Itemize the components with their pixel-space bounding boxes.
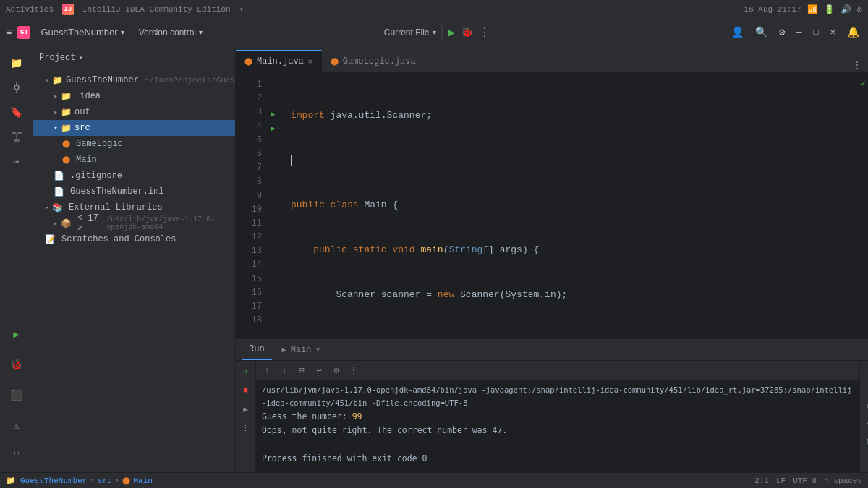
tab-main-close[interactable]: ✕	[308, 57, 312, 66]
output-line-2: Oops, not quite right. The correct numbe…	[262, 424, 854, 438]
top-bar-center: Current File ▾ ▶ 🐞 ⋮	[378, 25, 490, 40]
gamelogic-icon: ⬤	[62, 140, 70, 148]
code-line-1: import java.util.Scanner;	[291, 108, 859, 124]
idea-expand-icon: ▸	[54, 92, 58, 100]
tab-gamelogic-java[interactable]: ⬤ GameLogic.java	[322, 50, 425, 72]
main-label: Main	[76, 155, 97, 165]
run-line2-icon[interactable]: ⟲	[861, 416, 868, 432]
breadcrumb-main[interactable]: Main	[133, 476, 152, 485]
java17-expand-icon: ▸	[54, 219, 58, 228]
intellij-icon: IJ	[62, 4, 74, 15]
main-layout: 📁 🔖 ⋯ ▶ 🐞 ⬛ ⚠ ⑂ Project ▾ ▾ 📁 GuessTheNu…	[0, 46, 868, 472]
run-line1-icon[interactable]: ⊟	[861, 398, 868, 414]
notification-bell[interactable]: 🔔	[844, 25, 862, 40]
run-output-area: /usr/lib/jvm/java-1.17.0-openjdk-amd64/b…	[256, 381, 859, 472]
sidebar-icon-debug[interactable]: 🐞	[6, 354, 27, 375]
tab-main-label: Main.java	[257, 56, 304, 67]
sidebar-icon-terminal[interactable]: ⬛	[6, 384, 27, 406]
vc-chevron-icon: ▾	[199, 28, 203, 36]
close-button[interactable]: ✕	[827, 25, 838, 39]
bottom-tab-run[interactable]: Run	[242, 340, 272, 360]
encoding-label[interactable]: UTF-8	[793, 476, 817, 485]
restart-icon[interactable]: ↺	[238, 364, 254, 380]
tree-item-scratches[interactable]: 📝 Scratches and Consoles	[33, 231, 235, 247]
filter-icon[interactable]: ⊟	[294, 363, 310, 379]
indent-label[interactable]: 4 spaces	[824, 476, 862, 485]
tree-item-src[interactable]: ▾ 📁 src	[33, 120, 235, 136]
minimize-button[interactable]: —	[793, 26, 804, 39]
run-button[interactable]: ▶	[448, 25, 456, 40]
tree-item-gitignore[interactable]: 📄 .gitignore	[33, 168, 235, 184]
sidebar-icon-more[interactable]: ⋯	[6, 150, 27, 172]
tree-item-gamelogic[interactable]: ⬤ GameLogic	[33, 136, 235, 152]
scroll-down-icon[interactable]: ↓	[276, 363, 292, 379]
status-bar-left: 📁 GuessTheNumber › src › ⬤ Main	[6, 476, 749, 485]
tree-item-java17[interactable]: ▸ 📦 < 17 > /usr/lib/jvm/java-1.17.0-open…	[33, 215, 235, 231]
tree-item-main[interactable]: ⬤ Main	[33, 152, 235, 168]
run-scroll-down[interactable]: ↓	[861, 381, 868, 397]
breadcrumb-src[interactable]: src	[98, 476, 112, 485]
scroll-up-icon[interactable]: ↑	[259, 363, 275, 379]
bottom-tab-main[interactable]: ▶ Main ✕	[275, 340, 328, 360]
system-settings-icon: ⚙	[857, 4, 862, 15]
sidebar-icon-structure[interactable]	[6, 126, 27, 147]
tree-item-out[interactable]: ▸ 📁 out	[33, 104, 235, 120]
tree-item-iml[interactable]: 📄 GuessTheNumber.iml	[33, 184, 235, 200]
editor-content[interactable]: 12345 678910 1112131415 161718 ▶ ▶ ▶ ▶	[236, 72, 859, 338]
tab-main-java[interactable]: ⬤ Main.java ✕	[236, 50, 322, 72]
gitignore-icon: 📄	[54, 171, 64, 181]
sidebar-icon-git[interactable]: ⑂	[6, 445, 27, 466]
wifi-icon: 📶	[807, 4, 818, 15]
project-panel-header: Project ▾	[33, 46, 235, 69]
hamburger-menu[interactable]: ≡	[6, 27, 12, 38]
tree-item-root[interactable]: ▾ 📁 GuessTheNumber ~/IdeaProjects/GuessT…	[33, 72, 235, 88]
code-editor[interactable]: import java.util.Scanner; public class M…	[285, 72, 859, 338]
project-panel-chevron[interactable]: ▾	[78, 53, 82, 62]
more-run-icon[interactable]: ⋮	[346, 363, 362, 379]
main-tab-close[interactable]: ✕	[315, 346, 320, 354]
profile-icon[interactable]: 👤	[728, 25, 746, 40]
tab-gamelogic-label: GameLogic.java	[343, 56, 416, 67]
project-name-label: GuessTheNumber	[41, 27, 117, 38]
run-tab-label: Run	[249, 344, 265, 354]
run-scroll-up[interactable]: ↑	[861, 364, 868, 380]
search-icon[interactable]: 🔍	[752, 25, 770, 40]
top-bar-left: ≡ GT GuessTheNumber ▾ Version control ▾	[6, 25, 723, 39]
settings-run-icon[interactable]: ⚙	[328, 363, 344, 379]
tree-item-extlibs[interactable]: ▸ 📚 External Libraries	[33, 200, 235, 215]
line-endings[interactable]: LF	[776, 476, 786, 485]
app-chevron[interactable]: ▾	[239, 5, 244, 14]
main-tab-run-icon: ▶	[282, 346, 286, 354]
breadcrumb-project[interactable]: GuessTheNumber	[20, 476, 87, 485]
version-control-button[interactable]: Version control ▾	[135, 26, 207, 39]
top-bar: ≡ GT GuessTheNumber ▾ Version control ▾ …	[0, 19, 868, 46]
stop-icon[interactable]: ■	[238, 382, 254, 398]
tree-item-idea[interactable]: ▸ 📁 .idea	[33, 88, 235, 104]
run-right-toolbar: ↑ ↓ ⊟ ⟲ 🗑	[859, 361, 868, 472]
sidebar-icon-bookmark[interactable]: 🔖	[6, 101, 27, 123]
run-again-icon[interactable]: ▶	[238, 401, 254, 417]
debug-button[interactable]: 🐞	[461, 26, 473, 38]
root-label: GuessTheNumber	[66, 75, 139, 85]
more-options-icon[interactable]: ⋮	[238, 420, 254, 436]
sidebar-icon-commits[interactable]	[6, 77, 27, 98]
run-gutter-line4[interactable]: ▶	[271, 121, 285, 136]
current-file-button[interactable]: Current File ▾	[378, 25, 443, 40]
out-expand-icon: ▸	[54, 108, 58, 116]
activities-label[interactable]: Activities	[6, 5, 54, 14]
cursor-position[interactable]: 2:1	[754, 476, 769, 485]
wrap-icon[interactable]: ↩	[311, 363, 327, 379]
more-run-options[interactable]: ⋮	[479, 25, 490, 40]
project-name-button[interactable]: GuessTheNumber ▾	[36, 25, 128, 39]
sidebar-icon-project[interactable]: 📁	[6, 52, 27, 74]
idea-label: .idea	[75, 91, 101, 101]
maximize-button[interactable]: □	[811, 26, 822, 39]
project-panel: Project ▾ ▾ 📁 GuessTheNumber ~/IdeaProje…	[33, 46, 236, 472]
sidebar-icon-problems[interactable]: ⚠	[6, 414, 27, 436]
sidebar-icon-run[interactable]: ▶	[6, 323, 27, 345]
tab-more-icon[interactable]: ⋮	[852, 59, 862, 72]
settings-icon[interactable]: ⚙	[776, 25, 788, 40]
code-line-3: public class Main {	[291, 198, 859, 213]
run-gutter-line3[interactable]: ▶	[271, 107, 285, 121]
run-trash-icon[interactable]: 🗑	[861, 433, 868, 449]
